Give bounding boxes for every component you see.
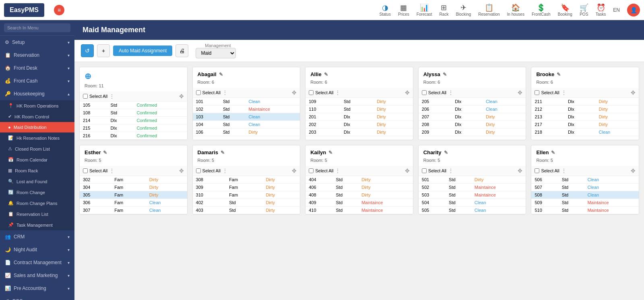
select-all-checkbox-charity[interactable]	[422, 168, 427, 173]
sidebar-item-hk-room-control[interactable]: ✔HK Room Control	[0, 111, 74, 122]
sidebar-item-task-management[interactable]: 📌Task Management	[0, 219, 74, 230]
nav-blocking[interactable]: ✈ Blocking	[456, 3, 471, 17]
select-all-checkbox-ellen[interactable]	[535, 168, 539, 173]
sidebar-item-room-calendar[interactable]: 📅Room Calendar	[0, 154, 74, 165]
sidebar-item-setup[interactable]: ⚙Setup ▾	[0, 36, 74, 49]
table-row[interactable]: 215DlxConfirmed	[80, 124, 187, 132]
nav-frontcash[interactable]: 💲 FrontCash	[532, 3, 551, 17]
edit-icon-abagail[interactable]: ✎	[219, 72, 223, 77]
more-options-icon-damaris[interactable]: ⋮	[222, 168, 228, 174]
sidebar-item-room-rack[interactable]: ▦Room Rack	[0, 165, 74, 176]
nav-pos[interactable]: 🛒 POS	[580, 3, 588, 17]
move-icon-kailyn[interactable]: ✥	[405, 168, 410, 174]
refresh-button[interactable]: ↺	[81, 44, 94, 57]
sidebar-item-contract-management[interactable]: 📄Contract Management ▾	[0, 256, 74, 269]
table-row[interactable]: 214DlxConfirmed	[80, 117, 187, 124]
table-row[interactable]: 409StdMaintaince	[305, 199, 413, 207]
table-row[interactable]: 203DlxDirty	[305, 128, 413, 136]
nav-rack[interactable]: ⊞ Rack	[440, 3, 449, 17]
more-options-icon-unassigned[interactable]: ⋮	[109, 93, 115, 99]
edit-icon-alyssa[interactable]: ✎	[443, 72, 447, 77]
sidebar-item-housekeeping[interactable]: 🔑Housekeeping ▴	[0, 87, 74, 100]
table-row[interactable]: 202DlxDirty	[305, 121, 413, 128]
table-row[interactable]: 302FamDirty	[80, 176, 187, 184]
table-row[interactable]: 402StdDirty	[193, 199, 300, 207]
table-row[interactable]: 502StdMaintaince	[419, 184, 526, 191]
nav-inhouses[interactable]: 🏠 In houses	[507, 3, 524, 17]
app-logo[interactable]: EasyPMS	[4, 3, 44, 17]
table-row[interactable]: 501StdDirty	[419, 176, 526, 184]
move-icon-abagail[interactable]: ✥	[292, 89, 297, 96]
select-all-checkbox-alyssa[interactable]	[422, 90, 427, 95]
sidebar-item-maid-distribution[interactable]: ●Maid Distribution	[0, 122, 74, 132]
more-options-icon-ellen[interactable]: ⋮	[561, 168, 567, 174]
table-row[interactable]: 403StdDirty	[193, 207, 300, 214]
table-row[interactable]: 508StdClean	[531, 191, 639, 199]
table-row[interactable]: 307FamClean	[80, 207, 187, 214]
table-row[interactable]: 507StdClean	[531, 184, 639, 191]
select-all-checkbox-abagail[interactable]	[196, 90, 201, 95]
sidebar-item-reservation-list[interactable]: 📋Reservation List	[0, 209, 74, 219]
nav-status[interactable]: ◑ Status	[380, 3, 391, 17]
sidebar-item-hk-room-operations[interactable]: 📍HK Room Operations	[0, 100, 74, 111]
edit-icon-esther[interactable]: ✎	[103, 150, 107, 155]
more-options-icon-allie[interactable]: ⋮	[335, 89, 341, 96]
edit-icon-damaris[interactable]: ✎	[221, 150, 225, 155]
select-all-checkbox-damaris[interactable]	[196, 168, 201, 173]
nav-booking[interactable]: 🔖 Booking	[558, 3, 572, 17]
move-icon-charity[interactable]: ✥	[518, 168, 522, 174]
table-row[interactable]: 408StdDirty	[305, 191, 413, 199]
table-row[interactable]: 207DlxDirty	[419, 113, 526, 121]
table-row[interactable]: 310FamDirty	[193, 191, 300, 199]
table-row[interactable]: 306FamClean	[80, 199, 187, 207]
table-row[interactable]: 103StdClean	[193, 113, 300, 121]
user-avatar[interactable]: 👤	[627, 4, 640, 17]
table-row[interactable]: 102StdMaintaince	[193, 106, 300, 113]
more-options-icon-charity[interactable]: ⋮	[448, 168, 454, 174]
table-row[interactable]: 503StdMaintaince	[419, 191, 526, 199]
edit-icon-kailyn[interactable]: ✎	[328, 150, 332, 155]
select-all-checkbox-brooke[interactable]	[535, 90, 539, 95]
table-row[interactable]: 218DlxClean	[531, 128, 639, 136]
table-row[interactable]: 217DlxDirty	[531, 121, 639, 128]
sidebar-item-reservation[interactable]: 📋Reservation ▾	[0, 49, 74, 62]
search-input[interactable]	[4, 23, 70, 32]
table-row[interactable]: 404StdDirty	[305, 176, 413, 184]
table-row[interactable]: 201DlxDirty	[305, 113, 413, 121]
table-row[interactable]: 206DlxClean	[419, 106, 526, 113]
table-row[interactable]: 504StdClean	[419, 199, 526, 207]
sidebar-item-pos[interactable]: 🖨POS ▾	[0, 295, 74, 300]
add-button[interactable]: +	[97, 44, 110, 57]
table-row[interactable]: 309FamDirty	[193, 184, 300, 191]
table-row[interactable]: 406StdDirty	[305, 184, 413, 191]
more-options-icon-alyssa[interactable]: ⋮	[448, 89, 454, 96]
sidebar-item-closed-room-list[interactable]: ⚠Closed Room List	[0, 143, 74, 154]
table-row[interactable]: 205DlxClean	[419, 98, 526, 106]
more-options-icon-kailyn[interactable]: ⋮	[335, 168, 341, 174]
select-all-checkbox-esther[interactable]	[83, 168, 88, 173]
language-selector[interactable]: EN	[613, 7, 620, 13]
menu-icon[interactable]: ≡	[54, 5, 64, 15]
auto-assign-button[interactable]: Auto Maid Assignment	[113, 46, 172, 56]
table-row[interactable]: 506StdClean	[531, 176, 639, 184]
sidebar-item-crm[interactable]: 👥CRM ▾	[0, 230, 74, 243]
print-button[interactable]: 🖨	[175, 44, 188, 57]
table-row[interactable]: 505StdClean	[419, 207, 526, 214]
more-options-icon-esther[interactable]: ⋮	[109, 168, 115, 174]
nav-prices[interactable]: ▦ Prices	[398, 3, 409, 17]
move-icon-ellen[interactable]: ✥	[631, 168, 636, 174]
table-row[interactable]: 101StdClean	[193, 98, 300, 106]
add-maid-icon[interactable]: ⊕	[85, 71, 91, 81]
sidebar-item-frontdesk[interactable]: 🏠Front Desk ▾	[0, 62, 74, 74]
table-row[interactable]: 108StdConfirmed	[80, 109, 187, 117]
management-select[interactable]: Maid	[196, 48, 236, 58]
nav-reservation[interactable]: 📋 Reservation	[478, 3, 500, 17]
table-row[interactable]: 109StdDirty	[305, 98, 413, 106]
select-all-checkbox-unassigned[interactable]	[83, 94, 88, 99]
move-icon-allie[interactable]: ✥	[405, 89, 410, 96]
select-all-checkbox-allie[interactable]	[309, 90, 314, 95]
table-row[interactable]: 105StdConfirmed	[80, 101, 187, 109]
nav-tasks[interactable]: ⏰ Tasks	[596, 3, 606, 17]
table-row[interactable]: 410StdMaintaince	[305, 207, 413, 214]
table-row[interactable]: 208DlxDirty	[419, 121, 526, 128]
